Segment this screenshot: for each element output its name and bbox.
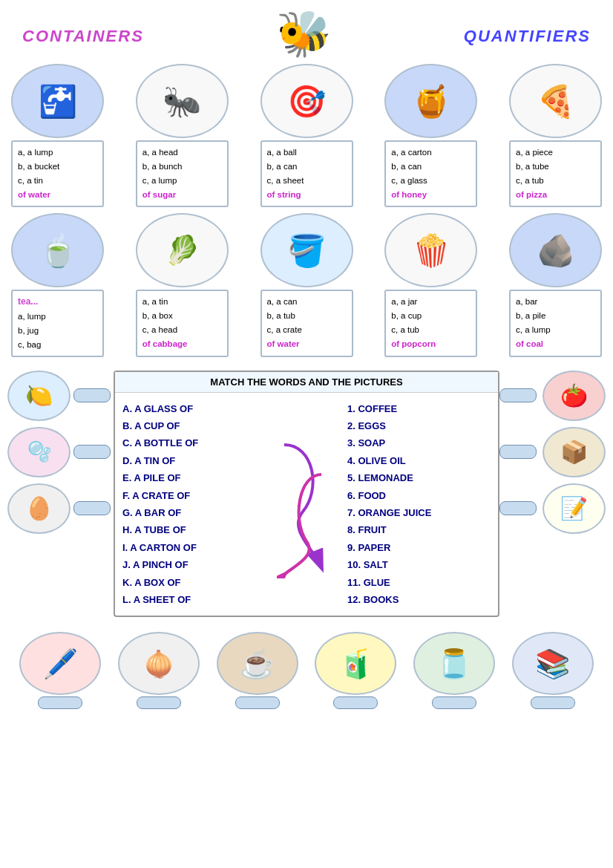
row2-cards: tea... a, lump b, jug c, bag a, a tin b,… — [0, 290, 613, 357]
paper-bubble — [499, 501, 537, 515]
card-cabbage-footer: of cabbage — [142, 339, 188, 348]
card-coal-b: b, a pile — [516, 311, 545, 320]
match-item-g: G. A BAR OF — [122, 504, 266, 521]
arrows-column — [273, 400, 332, 609]
oil-bubble — [432, 696, 476, 709]
side-right-paper: 📝 — [528, 483, 606, 534]
eggs-circle: 🥚 — [7, 483, 71, 534]
card-popcorn-c: c, a tub — [391, 325, 419, 334]
soap-circle: 🫧 — [7, 427, 71, 477]
card-honey: a, a carton b, a can c, a glass of honey — [384, 140, 477, 207]
card-string-c: c, a sheet — [267, 176, 304, 185]
card-pizza-b: b, a tube — [516, 162, 549, 171]
card-cabbage-c: c, a head — [142, 325, 177, 334]
image-string: 🎯 — [260, 64, 353, 138]
card-water-a: a, a lump — [18, 148, 53, 157]
card-coal-a: a, bar — [516, 297, 537, 306]
card-pizza-a: a, a piece — [516, 148, 553, 157]
bottom-coffee: ☕ — [217, 632, 298, 709]
box-bubble — [499, 445, 537, 459]
card-string-footer: of string — [267, 190, 301, 199]
card-water-footer: of water — [18, 190, 50, 199]
match-item-h: H. A TUBE OF — [122, 521, 266, 538]
match-right-12: 12. BOOKS — [347, 591, 491, 608]
card-honey-c: c, a glass — [391, 176, 427, 185]
match-right-7: 7. ORANGE JUICE — [347, 504, 491, 521]
card-water2-footer: of water — [267, 339, 300, 348]
match-right-5: 5. LEMONADE — [347, 469, 491, 486]
match-item-l: L. A SHEET OF — [122, 591, 266, 608]
coffee-circle: ☕ — [217, 632, 298, 695]
card-tea-a: a, lump — [18, 312, 46, 321]
card-coal-c: c, a lump — [516, 325, 551, 334]
card-popcorn: a, a jar b, a cup c, a tub of popcorn — [384, 290, 477, 357]
match-item-b: B. A CUP OF — [122, 417, 266, 434]
books-circle: 📚 — [512, 632, 594, 695]
arrows-svg — [277, 430, 329, 578]
card-water2-a: a, a can — [267, 297, 298, 306]
lemon-circle: 🍋 — [7, 371, 71, 421]
card-popcorn-a: a, a jar — [391, 297, 417, 306]
bee-icon: 🐝 — [276, 7, 332, 60]
bottom-books: 📚 — [512, 632, 594, 709]
card-tea-c: c, bag — [18, 340, 41, 349]
image-tea: 🍵 — [11, 213, 104, 287]
side-left-lemon: 🍋 — [7, 371, 85, 421]
image-honey: 🍯 — [384, 64, 477, 138]
image-sugar: 🐜 — [136, 64, 229, 138]
match-item-a: A. A GLASS OF — [122, 400, 266, 417]
food-bubble — [137, 696, 181, 709]
card-water-b: b, a bucket — [18, 162, 59, 171]
bottom-row: 🖊️ 🧅 ☕ 🧃 🫙 📚 — [0, 628, 613, 713]
juice-circle: 🧃 — [315, 632, 396, 695]
image-watering-can: 🪣 — [260, 213, 353, 287]
tomato-bubble — [499, 388, 537, 402]
bottom-food: 🧅 — [118, 632, 200, 709]
card-sugar-c: c, a lump — [142, 176, 177, 185]
match-right-1: 1. COFFEE — [347, 400, 491, 417]
match-right-6: 6. FOOD — [347, 487, 491, 504]
card-water2-c: c, a crate — [267, 325, 302, 334]
header: CONTAINERS 🐝 QUANTIFIERS — [0, 0, 613, 64]
match-item-d: D. A TIN OF — [122, 452, 266, 469]
card-pizza: a, a piece b, a tube c, a tub of pizza — [509, 140, 602, 207]
match-item-c: C. A BOTTLE OF — [122, 434, 266, 451]
row1-cards: a, a lump b, a bucket c, a tin of water … — [0, 140, 613, 207]
card-tea-b: b, jug — [18, 326, 39, 335]
eggs-bubble — [73, 501, 111, 515]
oil-circle: 🫙 — [413, 632, 495, 695]
marker-circle: 🖊️ — [19, 632, 101, 695]
tomato-circle: 🍅 — [542, 371, 606, 421]
card-sugar-a: a, a head — [142, 148, 178, 157]
card-pizza-footer: of pizza — [516, 190, 547, 199]
card-cabbage-a: a, a tin — [142, 297, 168, 306]
box-circle: 📦 — [542, 427, 606, 477]
title-quantifiers: QUANTIFIERS — [464, 20, 591, 48]
side-right-tomato: 🍅 — [528, 371, 606, 421]
card-string: a, a ball b, a can c, a sheet of string — [260, 140, 353, 207]
row2-images: 🍵 🥬 🪣 🍿 🪨 — [0, 213, 613, 287]
bottom-juice: 🧃 — [315, 632, 396, 709]
image-pizza: 🍕 — [509, 64, 602, 138]
card-sugar-footer: of sugar — [142, 190, 176, 199]
match-right-3: 3. SOAP — [347, 434, 491, 451]
page-wrapper: CONTAINERS 🐝 QUANTIFIERS 🚰 🐜 🎯 🍯 🍕 a, a … — [0, 0, 613, 868]
match-body: A. A GLASS OF B. A CUP OF C. A BOTTLE OF… — [115, 393, 498, 616]
card-coal-footer: of coal — [516, 339, 543, 348]
card-pizza-c: c, a tub — [516, 176, 544, 185]
card-honey-a: a, a carton — [391, 148, 431, 157]
coffee-bubble — [235, 696, 280, 709]
match-right-9: 9. PAPER — [347, 539, 491, 556]
soap-bubble — [73, 445, 111, 459]
match-item-f: F. A CRATE OF — [122, 487, 266, 504]
card-cabbage-b: b, a box — [142, 311, 173, 320]
card-coal: a, bar b, a pile c, a lump of coal — [509, 290, 602, 357]
card-sugar: a, a head b, a bunch c, a lump of sugar — [136, 140, 229, 207]
card-water: a, a lump b, a bucket c, a tin of water — [11, 140, 104, 207]
row1-images: 🚰 🐜 🎯 🍯 🍕 — [0, 64, 613, 138]
card-tea: tea... a, lump b, jug c, bag — [11, 290, 104, 357]
card-honey-b: b, a can — [391, 162, 422, 171]
middle-section: 🍋 🫧 🥚 MATCH THE WORDS AND THE PICTURES A… — [0, 363, 613, 625]
match-left: A. A GLASS OF B. A CUP OF C. A BOTTLE OF… — [122, 400, 273, 609]
paper-circle: 📝 — [542, 483, 606, 534]
